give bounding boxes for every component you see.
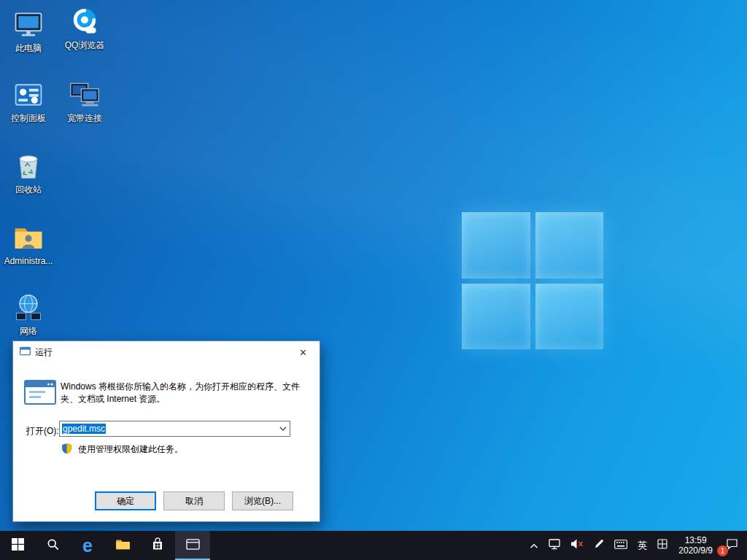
desktop-icon-this-pc[interactable]: 此电脑 <box>2 9 55 53</box>
action-center-button[interactable]: 1 <box>719 531 747 560</box>
run-dialog: 运行 ✕ Windows 将根据你所输入的名称，为你打开相应的程序、文件夹、文档… <box>12 341 320 522</box>
search-icon <box>47 538 59 553</box>
ime-toolbar-button[interactable] <box>652 531 673 560</box>
network-icon <box>12 292 44 324</box>
volume-muted-icon <box>570 539 584 552</box>
clock-date: 2020/9/9 <box>678 545 713 556</box>
run-dialog-title: 运行 <box>35 346 53 359</box>
desktop-icon-label: 此电脑 <box>2 44 55 53</box>
desktop-icon-qq-browser[interactable]: QQ浏览器 <box>58 6 111 50</box>
notification-badge: 1 <box>717 545 728 556</box>
desktop-icon-label: 控制面板 <box>2 114 55 123</box>
touch-keyboard-button[interactable] <box>609 531 632 560</box>
taskbar-store-button[interactable] <box>140 531 175 560</box>
taskbar-file-explorer-button[interactable] <box>105 531 140 560</box>
windows-logo-pane <box>462 212 530 279</box>
network-status-button[interactable] <box>543 531 565 560</box>
edge-icon: e <box>82 537 93 555</box>
desktop-icon-administrator[interactable]: Administra... <box>2 222 55 266</box>
desktop-icon-label: QQ浏览器 <box>58 41 111 50</box>
microsoft-store-icon <box>152 537 163 553</box>
qq-browser-icon <box>69 6 101 38</box>
clock-time: 13:59 <box>685 535 707 545</box>
dialog-button-row: 确定 取消 浏览(B)... <box>95 491 293 510</box>
open-label: 打开(O): <box>26 425 59 438</box>
recycle-bin-icon <box>12 150 44 182</box>
this-pc-icon <box>12 9 44 41</box>
file-explorer-icon <box>115 538 131 553</box>
desktop-icon-broadband[interactable]: 宽带连接 <box>58 79 111 123</box>
taskbar: e <box>0 531 747 560</box>
windows-logo-pane <box>462 284 530 350</box>
close-icon[interactable]: ✕ <box>287 341 320 363</box>
uac-shield-icon <box>61 443 72 456</box>
admin-privileges-note: 使用管理权限创建此任务。 <box>61 443 183 456</box>
ok-button[interactable]: 确定 <box>95 491 156 510</box>
desktop-icon-label: 网络 <box>2 327 55 336</box>
volume-button[interactable] <box>565 531 589 560</box>
taskbar-clock[interactable]: 13:59 2020/9/9 <box>673 531 719 560</box>
run-dialog-titlebar-icon <box>20 346 31 358</box>
ime-language-indicator[interactable]: 英 <box>632 531 652 560</box>
ime-grid-icon <box>657 539 667 552</box>
run-dialog-titlebar[interactable]: 运行 ✕ <box>13 341 320 363</box>
admin-note-text: 使用管理权限创建此任务。 <box>78 443 183 456</box>
desktop-icon-recycle-bin[interactable]: 回收站 <box>2 150 55 195</box>
cancel-button[interactable]: 取消 <box>163 491 225 510</box>
hidden-icons-button[interactable] <box>525 531 543 560</box>
desktop-icon-label: Administra... <box>2 257 55 266</box>
windows-start-icon <box>12 538 24 553</box>
windows-logo-pane <box>535 212 604 279</box>
network-monitor-icon <box>549 539 560 553</box>
chevron-down-icon[interactable] <box>276 421 290 436</box>
taskbar-edge-button[interactable]: e <box>70 531 105 560</box>
pen-workspace-button[interactable] <box>589 531 609 560</box>
windows-logo <box>462 212 603 349</box>
desktop-icon-label: 宽带连接 <box>58 114 111 123</box>
run-input[interactable]: gpedit.msc <box>59 421 290 437</box>
administrator-folder-icon <box>12 222 44 254</box>
pen-icon <box>594 539 604 552</box>
control-panel-icon <box>12 79 44 111</box>
system-tray: 英 13:59 2020/9/9 1 <box>525 531 747 560</box>
run-input-value: gpedit.msc <box>62 424 106 434</box>
taskbar-run-dialog-button[interactable] <box>175 531 210 560</box>
desktop-icon-network[interactable]: 网络 <box>2 292 55 336</box>
run-window-icon <box>186 538 200 553</box>
run-window-icon <box>23 378 57 409</box>
broadband-connection-icon <box>69 79 101 111</box>
windows-logo-pane <box>535 284 604 350</box>
taskbar-search-button[interactable] <box>35 531 70 560</box>
keyboard-icon <box>614 539 627 552</box>
run-dialog-description: Windows 将根据你所输入的名称，为你打开相应的程序、文件夹、文档或 Int… <box>61 381 312 405</box>
browse-button[interactable]: 浏览(B)... <box>232 491 293 510</box>
chevron-up-icon <box>530 539 538 552</box>
start-button[interactable] <box>0 531 35 560</box>
desktop-icon-control-panel[interactable]: 控制面板 <box>2 79 55 123</box>
desktop-icon-label: 回收站 <box>2 185 55 195</box>
